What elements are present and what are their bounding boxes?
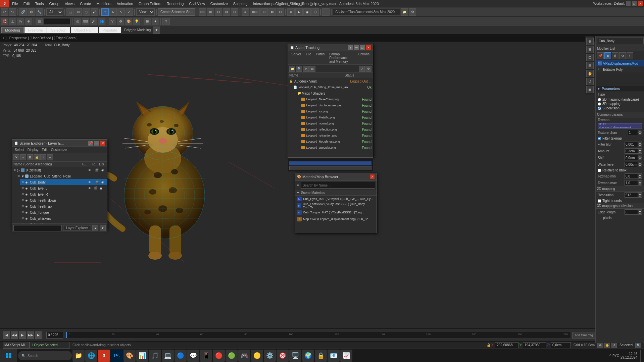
tl-next-key[interactable]: ▶▶ <box>27 331 34 339</box>
tmax-down[interactable]: ▼ <box>638 183 642 186</box>
at-help-btn[interactable]: ? <box>348 45 353 50</box>
tb-app16[interactable]: ⚙️ <box>264 350 276 362</box>
radio-2d[interactable]: 2D mapping (landscape) <box>598 98 642 101</box>
add-time-tag-btn[interactable]: Add Time Tag <box>572 332 595 339</box>
tb-app8[interactable]: 💻 <box>162 350 174 362</box>
redo-btn[interactable]: ↪ <box>9 8 16 16</box>
se-filter-btn[interactable]: ✕ <box>13 154 19 160</box>
at-item-maps[interactable]: 📁 Maps / Shaders <box>296 90 373 96</box>
z-coord[interactable]: 0,0cm <box>551 342 571 348</box>
res-down[interactable]: ▼ <box>638 195 642 198</box>
vp-icon-zoom-ext[interactable]: ⊡ <box>586 54 594 61</box>
render-setup-btn[interactable]: ◈ <box>287 8 295 16</box>
grid3-btn[interactable]: ⊠ <box>268 8 276 16</box>
at-item-base-color[interactable]: Leopard_BaseColor.png Found <box>300 96 373 102</box>
tl-next-frame[interactable]: ▶| <box>35 331 42 339</box>
x-coord[interactable]: 292,60868 <box>495 342 518 348</box>
at-menu-server[interactable]: Server <box>289 52 303 64</box>
vray-light-btn[interactable]: 💡 <box>133 18 140 25</box>
frame-input[interactable]: 0 / 225 <box>46 332 63 339</box>
scale2-btn[interactable]: ⤢ <box>126 8 133 16</box>
at-item-refraction[interactable]: Leopard_refraction.png Found <box>300 133 373 139</box>
vray-settings-btn[interactable]: ⚙ <box>117 18 124 25</box>
undo-btn[interactable]: ↩ <box>1 8 8 16</box>
mb-search-input[interactable] <box>301 182 375 189</box>
menu-customize[interactable]: Customize <box>208 1 231 6</box>
se-item-tongue[interactable]: 👁 ◈ Cub_Tongue <box>20 209 107 215</box>
tb-app10[interactable]: 💬 <box>187 350 199 362</box>
tb-app11[interactable]: 📱 <box>200 350 212 362</box>
tl-play-btn[interactable]: ▶ <box>19 331 26 339</box>
vp-icon-zoom[interactable]: ⊕ <box>586 38 594 45</box>
filter-blur-down[interactable]: ▼ <box>638 144 642 147</box>
eye-icon3[interactable]: 👁 <box>21 180 24 184</box>
keyboard-shortcut-btn[interactable]: ⌨ <box>82 18 89 25</box>
se-menu-select[interactable]: Select <box>13 148 26 152</box>
amount-input[interactable]: 0,3cm <box>625 148 638 154</box>
resolution-input[interactable]: 512 <box>625 192 638 198</box>
vp-icon-pan[interactable]: ✋ <box>586 70 594 77</box>
vray-frame-btn[interactable]: ⬡ <box>311 8 319 16</box>
tmin-down[interactable]: ▼ <box>638 176 642 179</box>
obj-paint-btn[interactable]: 🖊 <box>90 18 97 25</box>
xform-tool-btn[interactable]: ⊞ <box>144 18 151 25</box>
snap-toggle-btn[interactable]: 🧲 <box>1 18 8 25</box>
sys-up-btn[interactable]: ^ <box>609 354 611 358</box>
tb-app19[interactable]: 🌍 <box>302 350 314 362</box>
path-browse-btn[interactable]: 📁 <box>401 8 408 16</box>
lasso-btn[interactable]: ◌ <box>83 8 90 16</box>
mp-delete-btn[interactable]: 🗑 <box>612 52 618 59</box>
select-btn[interactable]: ⬚ <box>66 8 74 16</box>
bind-warp-btn[interactable]: 🔧 <box>36 8 43 16</box>
start-btn[interactable] <box>0 349 17 362</box>
se-item-group[interactable]: 👁 ▼ Leopard_Cub_Sitting_Pose <box>16 173 107 179</box>
menu-group[interactable]: Group <box>46 1 62 6</box>
texmap-max-spinner[interactable]: 1,0 ▲ ▼ <box>625 180 642 186</box>
se-add-btn[interactable]: + <box>40 154 46 160</box>
menu-tools[interactable]: Tools <box>33 1 47 6</box>
at-item-specular[interactable]: Leopard_specular.png Found <box>300 145 373 151</box>
at-item-metallic[interactable]: Leopard_Metallic.png Found <box>300 114 373 120</box>
tb-explorer[interactable]: 📁 <box>72 350 85 362</box>
mb-item-displacement-map[interactable]: T Map #142 (Leopard_displacement.png) [C… <box>295 216 377 222</box>
tl-prev-key[interactable]: ◀◀ <box>11 331 18 339</box>
el-down[interactable]: ▼ <box>638 212 642 215</box>
unlink-btn[interactable]: ⛓ <box>28 8 35 16</box>
select-move-btn[interactable]: ✛ <box>101 8 109 16</box>
show-desktop-btn[interactable] <box>640 350 641 362</box>
eye-icon[interactable]: 👁 <box>13 168 16 172</box>
amount-spinner[interactable]: 0,3cm ▲ ▼ <box>625 148 642 154</box>
at-tb-btn2[interactable]: 🔍 <box>296 66 302 72</box>
se-close-btn[interactable]: ✕ <box>100 141 105 146</box>
mb-close-btn[interactable]: ✕ <box>370 174 375 179</box>
mode-dropdown-btn[interactable]: ▼ <box>153 27 160 34</box>
at-menu-bitmap[interactable]: Bitmap Performance and Memory <box>327 52 355 64</box>
water-level-spinner[interactable]: 0,00cm ▲ ▼ <box>625 162 642 167</box>
mp-pin-btn[interactable]: 📌 <box>597 52 604 59</box>
se-item-layer[interactable]: 👁 ▷ 0 (default) ❄ 🎬 ◉ <box>12 167 107 173</box>
at-item-normal[interactable]: Leopard_normal.png Found <box>300 120 373 126</box>
rotate-btn[interactable]: ↻ <box>109 8 117 16</box>
se-sort-desc-btn[interactable]: ▼ <box>100 225 106 231</box>
layer-mgr-btn[interactable]: ≡ <box>242 8 249 16</box>
se-menu-customize[interactable]: Customize <box>50 148 68 152</box>
at-item-file[interactable]: 📄 Leopard_Cub_Sitting_Pose_max_vra... Ok <box>292 84 373 90</box>
maximize-btn[interactable]: □ <box>632 1 637 6</box>
amount-down[interactable]: ▼ <box>638 151 642 154</box>
tb-app17[interactable]: 🎯 <box>277 350 289 362</box>
pivot-btn[interactable]: ✦ <box>152 18 159 25</box>
paint-select-btn[interactable]: 🖌 <box>91 8 98 16</box>
vp-icon-arc-rot[interactable]: ↺ <box>586 78 594 85</box>
mode-populate[interactable]: Populate <box>99 27 120 33</box>
menu-animation[interactable]: Animation <box>114 1 136 6</box>
at-item-ior[interactable]: Leopard_ior.png Found <box>300 108 373 114</box>
radio-subdivision[interactable]: Subdivision <box>598 106 642 110</box>
mode-freeform[interactable]: Freeform <box>24 27 47 33</box>
mode-modeling[interactable]: Modeling <box>1 27 24 33</box>
filter-blur-spinner[interactable]: 0,001 ▲ ▼ <box>625 142 642 147</box>
tb-app5[interactable]: 🎨 <box>123 350 136 362</box>
maxscript-listener[interactable]: MAXScript Mi <box>3 342 30 349</box>
water-level-down[interactable]: ▼ <box>638 164 642 167</box>
close-btn[interactable]: ✕ <box>638 1 643 6</box>
shift-input[interactable]: 0,0cm <box>625 155 638 160</box>
